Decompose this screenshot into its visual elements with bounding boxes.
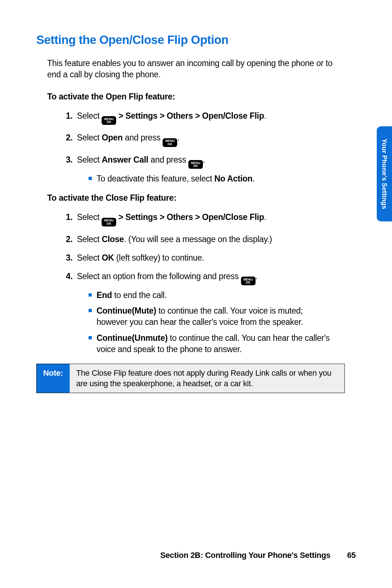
step-text: Select [77, 253, 102, 262]
step-text: . (You will see a message on the display… [124, 234, 272, 244]
step-text: . [256, 271, 258, 281]
list-item: End to end the call. [89, 290, 334, 301]
note-text: The Close Flip feature does not apply du… [70, 364, 344, 393]
step-number: 3. [62, 252, 73, 264]
footer-section: Section 2B: Controlling Your Phone's Set… [160, 551, 330, 560]
step-text: and press [148, 155, 189, 164]
step-text: Select [77, 111, 102, 121]
intro-text: This feature enables you to answer an in… [47, 58, 334, 80]
sub-text: . [253, 174, 255, 183]
step-number: 1. [62, 212, 73, 223]
step-number: 3. [62, 154, 73, 166]
menu-ok-icon: MENUOK [163, 138, 177, 147]
option-label: Open [102, 133, 123, 142]
nav-path: > Settings > Others > Open/Close Flip [116, 212, 264, 222]
option-label: OK [102, 253, 114, 262]
list-item: Continue(Unmute) to continue the call. Y… [89, 332, 334, 355]
step-number: 2. [62, 132, 73, 143]
step-text: Select [77, 133, 102, 142]
step-number: 2. [62, 234, 73, 245]
step-text: . [264, 212, 266, 222]
menu-ok-icon: MENUOK [188, 160, 203, 169]
option-text: to end the call. [112, 290, 167, 300]
menu-ok-icon: MENUOK [102, 116, 116, 125]
option-label: Continue(Unmute) [97, 333, 168, 343]
page-footer: Section 2B: Controlling Your Phone's Set… [160, 550, 356, 561]
open-flip-subhead: To activate the Open Flip feature: [47, 91, 334, 102]
close-flip-subhead: To activate the Close Flip feature: [47, 192, 334, 204]
side-tab: Your Phone's Settings [377, 126, 392, 221]
step-text: Select [77, 234, 102, 244]
step-text: . [264, 111, 266, 121]
menu-ok-icon: MENUOK [102, 218, 116, 226]
open-flip-steps: 1. Select MENUOK > Settings > Others > O… [62, 110, 334, 185]
list-item: To deactivate this feature, select No Ac… [89, 173, 334, 184]
list-item: Continue(Mute) to continue the call. You… [89, 305, 334, 328]
list-item: 1. Select MENUOK > Settings > Others > O… [62, 110, 334, 125]
step-text: Select [77, 212, 102, 222]
sub-list: To deactivate this feature, select No Ac… [89, 173, 334, 184]
page-content: Setting the Open/Close Flip Option This … [36, 32, 345, 393]
option-label: No Action [214, 174, 252, 183]
step-text: (left softkey) to continue. [114, 253, 204, 262]
sub-list: End to end the call. Continue(Mute) to c… [89, 290, 334, 355]
option-label: End [97, 290, 112, 300]
side-tab-label: Your Phone's Settings [380, 139, 389, 209]
list-item: 3. Select OK (left softkey) to continue. [62, 252, 334, 264]
list-item: 3. Select Answer Call and press MENUOK. … [62, 154, 334, 185]
page-heading: Setting the Open/Close Flip Option [36, 32, 345, 48]
page-number: 65 [347, 551, 356, 560]
list-item: 2. Select Close. (You will see a message… [62, 234, 334, 245]
close-flip-steps: 1. Select MENUOK > Settings > Others > O… [62, 212, 334, 355]
step-text: . [203, 155, 205, 164]
list-item: 2. Select Open and press MENUOK. [62, 132, 334, 147]
list-item: 1. Select MENUOK > Settings > Others > O… [62, 212, 334, 226]
note-label: Note: [37, 364, 70, 393]
step-text: Select an option from the following and … [77, 271, 241, 281]
option-label: Close [102, 234, 124, 244]
sub-text: To deactivate this feature, select [97, 174, 214, 183]
note-box: Note: The Close Flip feature does not ap… [36, 364, 345, 393]
list-item: 4. Select an option from the following a… [62, 271, 334, 355]
step-text: . [177, 133, 179, 142]
menu-ok-icon: MENUOK [241, 277, 256, 285]
step-text: Select [77, 155, 102, 164]
step-number: 1. [62, 110, 73, 122]
nav-path: > Settings > Others > Open/Close Flip [116, 111, 264, 121]
option-label: Continue(Mute) [97, 306, 156, 315]
option-label: Answer Call [102, 155, 148, 164]
step-number: 4. [62, 271, 73, 282]
step-text: and press [123, 133, 163, 142]
